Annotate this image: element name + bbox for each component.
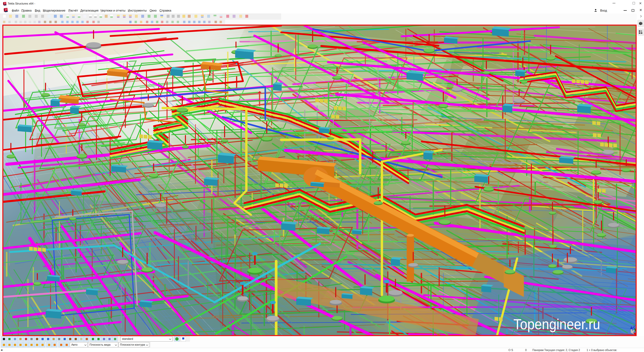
svg-text:Topengineer.ru: Topengineer.ru — [514, 316, 600, 332]
